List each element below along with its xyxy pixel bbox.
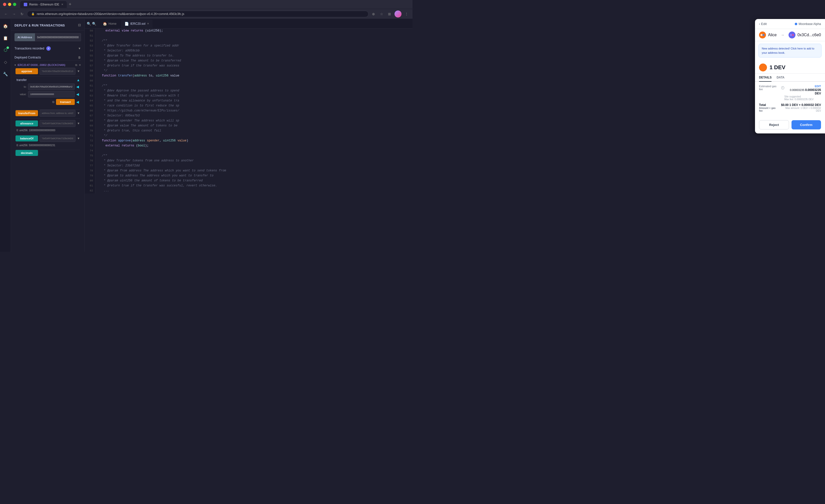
nav-icons: ⊕ ☆ ⊞ ⋮ — [371, 10, 409, 17]
home-tab-label: Home — [108, 22, 117, 25]
fn-balanceof-row: balanceOf ▼ — [15, 135, 80, 142]
tab-ierc20[interactable]: 📄 IERC20.sol ✕ — [121, 20, 152, 28]
at-address-button[interactable]: At Address — [14, 33, 35, 41]
ierc20-tab-close[interactable]: ✕ — [147, 22, 149, 25]
fn-transfer-row: transfer ▲ — [15, 78, 80, 82]
code-line-75: 75 /** — [85, 153, 412, 158]
value-field-arrow: ◀ — [76, 92, 79, 96]
extensions-button[interactable]: ⊞ — [386, 11, 392, 17]
value-input[interactable] — [28, 91, 75, 97]
balanceof-input[interactable] — [40, 135, 75, 142]
transferfrom-input[interactable] — [40, 110, 75, 117]
transferfrom-button[interactable]: transferFrom — [15, 110, 38, 116]
browser-tab-bar: Remix - Ethereum IDE ✕ + — [20, 0, 74, 9]
tab-title: Remix - Ethereum IDE — [29, 3, 59, 6]
sidebar-item-diamond[interactable]: ◇ — [1, 58, 9, 66]
transactions-label: Transactions recorded — [14, 47, 44, 50]
fn-transfer-expanded: to: ◀ value: ◀ ⧉ transact — [15, 83, 80, 107]
minimize-traffic-light[interactable] — [8, 3, 11, 6]
decimals-button[interactable]: decimals — [15, 150, 38, 156]
icon-sidebar: 🏠 📋 ⬡ ◇ 🔧 ⚙ — [0, 19, 11, 252]
deployed-contracts-section: Deployed Contracts 🗑 ▾ IERC20 AT 0X000..… — [11, 53, 84, 159]
fn-approve-row: approve ▼ — [15, 68, 80, 76]
code-line-72: 72 function approve(address spender, uin… — [85, 139, 412, 144]
allowance-button[interactable]: allowance — [15, 120, 38, 127]
deploy-title: DEPLOY & RUN TRANSACTIONS — [14, 24, 65, 27]
bookmark-button[interactable]: ☆ — [378, 11, 384, 17]
transactions-badge: 4 — [46, 46, 51, 51]
code-line-57: 57 * @return true if the transfer was su… — [85, 64, 412, 69]
sidebar-item-tools[interactable]: 🔧 — [1, 70, 9, 78]
code-line-70: 70 * @return true, this cannot fail — [85, 129, 412, 134]
zoom-in-icon[interactable]: 🔍 — [92, 22, 96, 26]
forward-button[interactable]: → — [11, 11, 17, 17]
balanceof-result: 0: uint256: 5000000000000000231 — [15, 144, 80, 148]
balanceof-dropdown[interactable]: ▼ — [77, 137, 80, 140]
user-avatar[interactable] — [394, 10, 401, 17]
code-line-63: 63 * Beware that changing an allowance w… — [85, 93, 412, 98]
balanceof-button[interactable]: balanceOf — [15, 136, 38, 142]
copy-contract-icon[interactable]: ⧉ — [75, 64, 77, 67]
zoom-out-icon[interactable]: 🔍 — [87, 22, 91, 26]
code-line-77: 77 * Selector: 23b872dd — [85, 163, 412, 168]
fn-transfer-section: transfer ▲ to: ◀ value: — [15, 78, 80, 110]
sidebar-item-deploy[interactable]: ⬡ — [1, 46, 9, 54]
deploy-copy-icon[interactable]: ⊟ — [78, 23, 81, 27]
allowance-dropdown[interactable]: ▼ — [77, 122, 80, 125]
zoom-buttons: 🔍 🔍 — [87, 22, 96, 26]
to-input[interactable] — [28, 83, 75, 90]
to-field-arrow: ◀ — [76, 85, 79, 89]
tab-home[interactable]: 🏠 Home — [99, 20, 120, 28]
code-area[interactable]: 50 external view returns (uint256); 51 5… — [85, 28, 412, 252]
code-line-68: 68 * @param spender The address which wi… — [85, 118, 412, 123]
reload-button[interactable]: ↻ — [19, 11, 25, 17]
approve-input[interactable] — [40, 68, 75, 75]
ierc20-tab-label: IERC20.sol — [130, 22, 146, 25]
code-line-76: 76 * @dev Transfer tokens from one addre… — [85, 158, 412, 163]
fn-allowance-row: allowance ▼ — [15, 120, 80, 127]
close-traffic-light[interactable] — [3, 3, 6, 6]
lock-icon: 🔒 — [31, 12, 35, 15]
contract-name-row[interactable]: ▾ IERC20 AT 0X000...00802 (BLOCKCHAIN) ⧉… — [14, 63, 81, 68]
tab-favicon — [24, 3, 27, 6]
transferfrom-dropdown[interactable]: ▼ — [77, 111, 80, 115]
browser-tab[interactable]: Remix - Ethereum IDE ✕ — [20, 1, 67, 8]
transactions-arrow: ▼ — [78, 47, 81, 50]
code-line-62: 62 * @dev Approve the passed address to … — [85, 88, 412, 93]
deployed-icons: 🗑 — [78, 56, 81, 59]
new-tab-button[interactable]: + — [67, 2, 74, 7]
fn-balanceof-section: balanceOf ▼ 0: uint256: 5000000000000000… — [15, 135, 80, 150]
transfer-chevron-up[interactable]: ▲ — [76, 78, 80, 82]
sidebar-badge — [6, 47, 9, 49]
search-nav-button[interactable]: ⊕ — [371, 11, 376, 17]
trash-icon[interactable]: 🗑 — [78, 56, 81, 59]
menu-button[interactable]: ⋮ — [403, 11, 409, 17]
back-button[interactable]: ← — [3, 11, 9, 17]
transact-button[interactable]: transact — [56, 99, 75, 105]
transactions-section[interactable]: Transactions recorded 4 ▼ — [11, 44, 84, 53]
maximize-traffic-light[interactable] — [13, 3, 16, 6]
close-contract-icon[interactable]: ✕ — [79, 64, 81, 67]
nav-bar: ← → ↻ 🔒 remix.ethereum.org/#optimize=fal… — [0, 9, 412, 19]
transactions-title-row: Transactions recorded 4 — [14, 46, 51, 51]
code-line-78: 78 * @param from address The address whi… — [85, 168, 412, 173]
at-address-input[interactable] — [35, 33, 81, 41]
home-tab-icon: 🏠 — [103, 22, 107, 26]
sidebar-item-files[interactable]: 📋 — [1, 34, 9, 42]
url-text: remix.ethereum.org/#optimize=false&runs=… — [37, 12, 184, 16]
address-bar[interactable]: 🔒 remix.ethereum.org/#optimize=false&run… — [27, 11, 369, 17]
code-line-64: 64 * and the new allowance by unfortunat… — [85, 98, 412, 103]
approve-dropdown[interactable]: ▼ — [77, 70, 80, 73]
approve-button[interactable]: approve — [15, 68, 38, 74]
contract-item: ▾ IERC20 AT 0X000...00802 (BLOCKCHAIN) ⧉… — [14, 63, 81, 156]
code-line-66: 66 * https://github.com/ethereum/EIPs/is… — [85, 108, 412, 113]
transact-copy-icon[interactable]: ⧉ — [52, 100, 55, 104]
allowance-input[interactable] — [40, 120, 75, 127]
tab-close[interactable]: ✕ — [61, 3, 63, 6]
code-line-53: 53 * @dev Transfer token for a specified… — [85, 44, 412, 49]
deployed-header: Deployed Contracts 🗑 — [14, 55, 81, 61]
sidebar-item-home[interactable]: 🏠 — [1, 22, 9, 30]
code-line-55: 55 * @param To The address to transfer t… — [85, 54, 412, 59]
code-line-50: 50 external view returns (uint256); — [85, 28, 412, 33]
code-line-65: 65 * race condition is to first reduce t… — [85, 103, 412, 108]
